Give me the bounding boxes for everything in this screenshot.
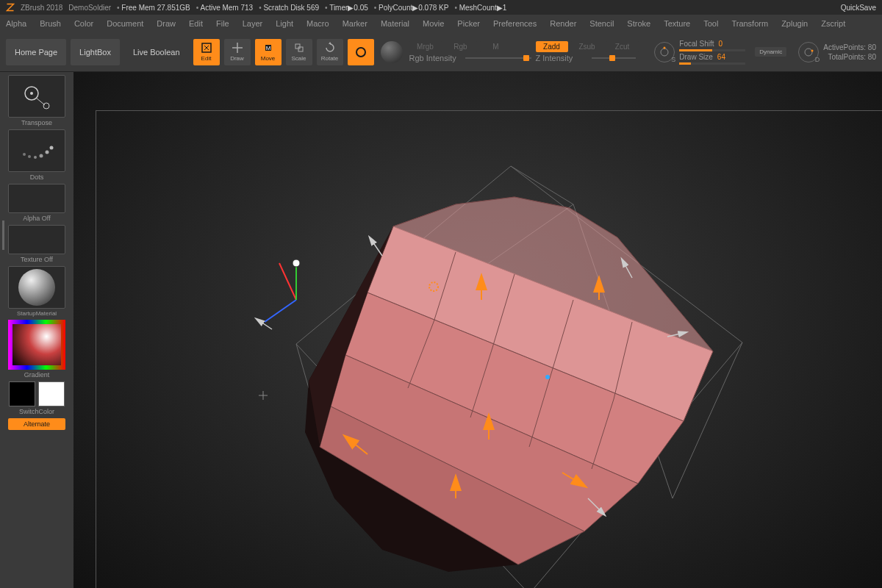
- color-picker-icon[interactable]: [8, 320, 65, 370]
- scale-icon: [293, 42, 305, 54]
- svg-point-15: [28, 155, 31, 158]
- z-intensity-slider[interactable]: [592, 57, 636, 59]
- app-icon: [6, 3, 15, 12]
- stat-activemem: Active Mem 713: [196, 4, 253, 12]
- material-slot[interactable]: StartupMaterial: [7, 266, 67, 318]
- menu-texture[interactable]: Texture: [664, 19, 690, 28]
- svg-line-12: [36, 98, 45, 105]
- svg-point-5: [356, 48, 365, 57]
- viewport[interactable]: [74, 72, 882, 588]
- menu-tool[interactable]: Tool: [703, 19, 718, 28]
- menu-edit[interactable]: Edit: [189, 19, 203, 28]
- draw-size-slider[interactable]: [679, 62, 745, 65]
- gizmo-center-icon[interactable]: [545, 375, 550, 379]
- rotate-mode-button[interactable]: Rotate: [317, 39, 343, 65]
- zsub-button[interactable]: Zsub: [571, 41, 603, 52]
- zadd-button[interactable]: Zadd: [536, 41, 568, 52]
- menu-preferences[interactable]: Preferences: [493, 19, 537, 28]
- left-panel: Transpose Dots Alpha Off Texture Off Sta…: [0, 72, 74, 588]
- draw-mode-button[interactable]: Draw: [224, 39, 251, 65]
- svg-point-14: [23, 153, 26, 156]
- focal-shift-value: 0: [719, 40, 723, 48]
- mrgb-button[interactable]: Mrgb: [409, 41, 442, 52]
- menu-brush[interactable]: Brush: [40, 19, 61, 28]
- transpose-brush[interactable]: Transpose: [7, 75, 67, 128]
- menu-material[interactable]: Material: [381, 19, 409, 28]
- menu-file[interactable]: File: [216, 19, 229, 28]
- menu-layer[interactable]: Layer: [243, 19, 263, 28]
- menu-stroke[interactable]: Stroke: [627, 19, 650, 28]
- draw-icon: [232, 42, 243, 54]
- menu-transform[interactable]: Transform: [731, 19, 768, 28]
- menu-marker[interactable]: Marker: [343, 19, 368, 28]
- z-intensity-label: Z Intensity: [536, 54, 587, 62]
- gizmo-axes[interactable]: [265, 259, 300, 322]
- s-dial[interactable]: S: [654, 42, 675, 62]
- color-picker[interactable]: Gradient: [7, 320, 67, 380]
- alpha-slot[interactable]: Alpha Off: [7, 184, 67, 223]
- sphere-icon: [381, 41, 403, 63]
- live-boolean-button[interactable]: Live Boolean: [124, 39, 189, 65]
- svg-line-29: [265, 300, 296, 322]
- svg-point-13: [43, 103, 49, 109]
- dots-stroke[interactable]: Dots: [7, 129, 67, 182]
- gizmo-button[interactable]: [348, 39, 374, 65]
- menu-document[interactable]: Document: [107, 19, 143, 28]
- svg-point-11: [30, 92, 33, 95]
- gizmo-icon: [355, 46, 367, 58]
- lightbox-button[interactable]: LightBox: [71, 39, 120, 65]
- scale-mode-button[interactable]: Scale: [286, 39, 312, 65]
- total-points-label: TotalPoints: 80: [823, 53, 876, 61]
- menu-render[interactable]: Render: [550, 19, 576, 28]
- focal-shift-slider[interactable]: [679, 49, 745, 51]
- app-name: ZBrush 2018: [21, 4, 62, 12]
- svg-point-17: [40, 154, 43, 158]
- zcut-button[interactable]: Zcut: [606, 41, 639, 52]
- svg-rect-4: [298, 47, 303, 51]
- d-dial[interactable]: D: [798, 42, 819, 62]
- title-bar: ZBrush 2018 DemoSoldier Free Mem 27.851G…: [0, 0, 882, 15]
- material-sphere-icon: [18, 269, 55, 306]
- move-mode-button[interactable]: M Move: [255, 39, 282, 65]
- menu-draw[interactable]: Draw: [157, 19, 176, 28]
- svg-point-7: [664, 46, 666, 49]
- svg-point-16: [34, 156, 37, 159]
- edit-mode-button[interactable]: Edit: [193, 39, 220, 65]
- dots-icon: [8, 129, 65, 172]
- viewport-scene: [74, 72, 882, 588]
- menu-zscript[interactable]: Zscript: [821, 19, 845, 28]
- transpose-icon: [8, 75, 65, 118]
- swatch-secondary[interactable]: [38, 381, 65, 406]
- rotate-icon: [324, 42, 336, 54]
- menu-alpha[interactable]: Alpha: [6, 19, 26, 28]
- quicksave-button[interactable]: QuickSave: [841, 4, 876, 12]
- texture-slot[interactable]: Texture Off: [7, 225, 67, 265]
- mesh-cylinder[interactable]: [305, 197, 713, 572]
- sphere-preview-button[interactable]: [379, 39, 405, 65]
- move-icon: M: [262, 42, 274, 54]
- toolbar: Home Page LightBox Live Boolean Edit Dra…: [0, 32, 882, 72]
- switch-color[interactable]: SwitchColor: [7, 381, 67, 417]
- menu-macro[interactable]: Macro: [306, 19, 329, 28]
- menu-bar: Alpha Brush Color Document Draw Edit Fil…: [0, 15, 882, 32]
- rgb-button[interactable]: Rgb: [445, 41, 477, 52]
- dynamic-button[interactable]: Dynamic: [755, 47, 786, 57]
- menu-zplugin[interactable]: Zplugin: [781, 19, 808, 28]
- home-page-button[interactable]: Home Page: [6, 39, 66, 65]
- stat-freemem: Free Mem 27.851GB: [117, 4, 190, 12]
- scroll-indicator[interactable]: [2, 220, 4, 250]
- focal-shift-label: Focal Shift: [679, 40, 714, 48]
- menu-movie[interactable]: Movie: [423, 19, 444, 28]
- menu-picker[interactable]: Picker: [457, 19, 480, 28]
- edit-icon: [201, 42, 212, 54]
- rgb-intensity-slider[interactable]: [465, 57, 531, 59]
- alternate-button[interactable]: Alternate: [8, 418, 65, 430]
- menu-color[interactable]: Color: [74, 19, 93, 28]
- menu-light[interactable]: Light: [276, 19, 293, 28]
- swatch-main[interactable]: [9, 381, 35, 406]
- stat-polycount: PolyCount▶0.078 KP: [374, 4, 449, 12]
- m-button[interactable]: M: [480, 41, 512, 52]
- svg-rect-3: [295, 44, 300, 49]
- svg-point-19: [50, 146, 54, 150]
- menu-stencil[interactable]: Stencil: [589, 19, 614, 28]
